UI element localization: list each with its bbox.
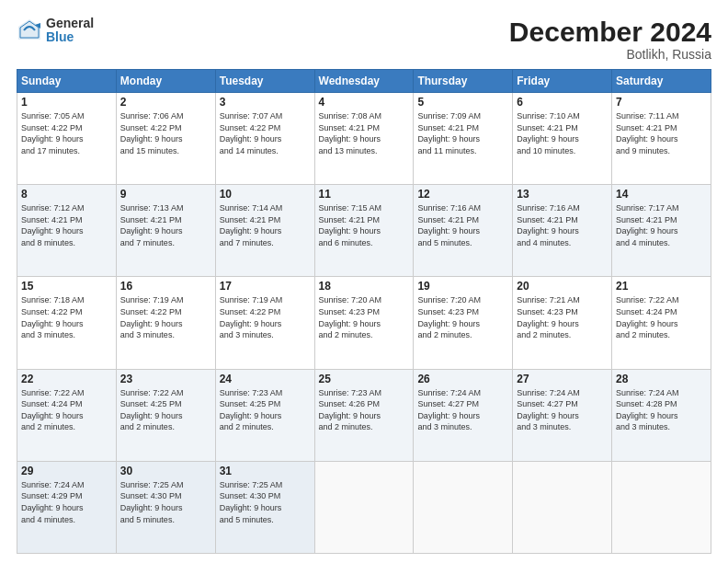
calendar-cell: 17Sunrise: 7:19 AM Sunset: 4:22 PM Dayli… (215, 277, 314, 369)
calendar-cell (513, 461, 612, 553)
day-number: 18 (319, 280, 410, 293)
calendar-cell: 13Sunrise: 7:16 AM Sunset: 4:21 PM Dayli… (513, 185, 612, 277)
logo-text: General Blue (46, 17, 94, 45)
calendar-cell (314, 461, 414, 553)
day-info: Sunrise: 7:21 AM Sunset: 4:23 PM Dayligh… (517, 294, 608, 340)
calendar-cell: 4Sunrise: 7:08 AM Sunset: 4:21 PM Daylig… (314, 93, 414, 185)
calendar-cell: 28Sunrise: 7:24 AM Sunset: 4:28 PM Dayli… (612, 369, 711, 461)
header-saturday: Saturday (612, 70, 711, 93)
calendar-cell: 31Sunrise: 7:25 AM Sunset: 4:30 PM Dayli… (215, 461, 314, 553)
calendar-cell: 11Sunrise: 7:15 AM Sunset: 4:21 PM Dayli… (314, 185, 414, 277)
day-info: Sunrise: 7:20 AM Sunset: 4:23 PM Dayligh… (417, 294, 508, 340)
calendar-cell: 5Sunrise: 7:09 AM Sunset: 4:21 PM Daylig… (414, 93, 513, 185)
day-info: Sunrise: 7:08 AM Sunset: 4:21 PM Dayligh… (319, 110, 410, 156)
title-block: December 2024 Botlikh, Russia (509, 17, 711, 62)
day-info: Sunrise: 7:19 AM Sunset: 4:22 PM Dayligh… (120, 294, 211, 340)
day-info: Sunrise: 7:25 AM Sunset: 4:30 PM Dayligh… (220, 479, 311, 525)
header-sunday: Sunday (17, 70, 117, 93)
day-info: Sunrise: 7:20 AM Sunset: 4:23 PM Dayligh… (319, 294, 410, 340)
header-tuesday: Tuesday (215, 70, 314, 93)
page: General Blue December 2024 Botlikh, Russ… (0, 0, 728, 563)
day-number: 17 (220, 280, 311, 293)
week-row-1: 8Sunrise: 7:12 AM Sunset: 4:21 PM Daylig… (17, 185, 711, 277)
logo-line1: General (46, 17, 94, 30)
day-number: 22 (21, 373, 112, 385)
day-number: 10 (220, 188, 311, 201)
day-number: 4 (319, 96, 410, 109)
day-info: Sunrise: 7:12 AM Sunset: 4:21 PM Dayligh… (21, 202, 112, 248)
day-number: 28 (616, 373, 707, 385)
day-info: Sunrise: 7:05 AM Sunset: 4:22 PM Dayligh… (21, 110, 112, 156)
day-info: Sunrise: 7:25 AM Sunset: 4:30 PM Dayligh… (120, 479, 211, 525)
header-monday: Monday (116, 70, 215, 93)
calendar-cell: 25Sunrise: 7:23 AM Sunset: 4:26 PM Dayli… (314, 369, 414, 461)
day-number: 12 (417, 188, 508, 201)
calendar-cell: 8Sunrise: 7:12 AM Sunset: 4:21 PM Daylig… (17, 185, 117, 277)
month-title: December 2024 (509, 17, 711, 47)
day-number: 13 (517, 188, 608, 201)
day-number: 20 (517, 280, 608, 293)
day-info: Sunrise: 7:14 AM Sunset: 4:21 PM Dayligh… (220, 202, 311, 248)
calendar-table: SundayMondayTuesdayWednesdayThursdayFrid… (17, 69, 711, 554)
day-info: Sunrise: 7:16 AM Sunset: 4:21 PM Dayligh… (417, 202, 508, 248)
week-row-4: 29Sunrise: 7:24 AM Sunset: 4:29 PM Dayli… (17, 461, 711, 553)
day-number: 24 (220, 373, 311, 385)
day-info: Sunrise: 7:09 AM Sunset: 4:21 PM Dayligh… (417, 110, 508, 156)
header: General Blue December 2024 Botlikh, Russ… (17, 17, 711, 62)
day-number: 27 (517, 373, 608, 385)
calendar-cell: 19Sunrise: 7:20 AM Sunset: 4:23 PM Dayli… (414, 277, 513, 369)
calendar-cell: 30Sunrise: 7:25 AM Sunset: 4:30 PM Dayli… (116, 461, 215, 553)
calendar-cell: 10Sunrise: 7:14 AM Sunset: 4:21 PM Dayli… (215, 185, 314, 277)
calendar-cell: 20Sunrise: 7:21 AM Sunset: 4:23 PM Dayli… (513, 277, 612, 369)
day-info: Sunrise: 7:24 AM Sunset: 4:27 PM Dayligh… (417, 387, 508, 433)
day-number: 6 (517, 96, 608, 109)
day-number: 15 (21, 280, 112, 293)
header-friday: Friday (513, 70, 612, 93)
calendar-cell: 7Sunrise: 7:11 AM Sunset: 4:21 PM Daylig… (612, 93, 711, 185)
calendar-header-row: SundayMondayTuesdayWednesdayThursdayFrid… (17, 70, 711, 93)
logo-icon (17, 17, 42, 43)
day-info: Sunrise: 7:22 AM Sunset: 4:24 PM Dayligh… (616, 294, 707, 340)
day-info: Sunrise: 7:24 AM Sunset: 4:28 PM Dayligh… (616, 387, 707, 433)
day-number: 2 (120, 96, 211, 109)
day-number: 5 (417, 96, 508, 109)
calendar-cell: 6Sunrise: 7:10 AM Sunset: 4:21 PM Daylig… (513, 93, 612, 185)
calendar-cell: 26Sunrise: 7:24 AM Sunset: 4:27 PM Dayli… (414, 369, 513, 461)
day-number: 3 (220, 96, 311, 109)
week-row-2: 15Sunrise: 7:18 AM Sunset: 4:22 PM Dayli… (17, 277, 711, 369)
day-info: Sunrise: 7:22 AM Sunset: 4:25 PM Dayligh… (120, 387, 211, 433)
calendar-cell: 12Sunrise: 7:16 AM Sunset: 4:21 PM Dayli… (414, 185, 513, 277)
header-wednesday: Wednesday (314, 70, 414, 93)
day-number: 7 (616, 96, 707, 109)
calendar-cell (612, 461, 711, 553)
header-thursday: Thursday (414, 70, 513, 93)
day-number: 1 (21, 96, 112, 109)
day-info: Sunrise: 7:13 AM Sunset: 4:21 PM Dayligh… (120, 202, 211, 248)
day-info: Sunrise: 7:18 AM Sunset: 4:22 PM Dayligh… (21, 294, 112, 340)
calendar-cell: 9Sunrise: 7:13 AM Sunset: 4:21 PM Daylig… (116, 185, 215, 277)
calendar-cell: 16Sunrise: 7:19 AM Sunset: 4:22 PM Dayli… (116, 277, 215, 369)
day-info: Sunrise: 7:22 AM Sunset: 4:24 PM Dayligh… (21, 387, 112, 433)
day-info: Sunrise: 7:24 AM Sunset: 4:29 PM Dayligh… (21, 479, 112, 525)
day-number: 31 (220, 465, 311, 477)
subtitle: Botlikh, Russia (509, 47, 711, 62)
calendar-cell: 18Sunrise: 7:20 AM Sunset: 4:23 PM Dayli… (314, 277, 414, 369)
day-info: Sunrise: 7:23 AM Sunset: 4:26 PM Dayligh… (319, 387, 410, 433)
logo: General Blue (17, 17, 94, 45)
calendar-cell: 1Sunrise: 7:05 AM Sunset: 4:22 PM Daylig… (17, 93, 117, 185)
day-number: 21 (616, 280, 707, 293)
day-number: 14 (616, 188, 707, 201)
day-info: Sunrise: 7:15 AM Sunset: 4:21 PM Dayligh… (319, 202, 410, 248)
day-number: 11 (319, 188, 410, 201)
calendar-cell: 23Sunrise: 7:22 AM Sunset: 4:25 PM Dayli… (116, 369, 215, 461)
calendar-cell: 21Sunrise: 7:22 AM Sunset: 4:24 PM Dayli… (612, 277, 711, 369)
calendar-cell: 24Sunrise: 7:23 AM Sunset: 4:25 PM Dayli… (215, 369, 314, 461)
day-info: Sunrise: 7:07 AM Sunset: 4:22 PM Dayligh… (220, 110, 311, 156)
day-info: Sunrise: 7:06 AM Sunset: 4:22 PM Dayligh… (120, 110, 211, 156)
day-number: 30 (120, 465, 211, 477)
svg-marker-0 (18, 19, 40, 40)
day-info: Sunrise: 7:10 AM Sunset: 4:21 PM Dayligh… (517, 110, 608, 156)
calendar-cell: 27Sunrise: 7:24 AM Sunset: 4:27 PM Dayli… (513, 369, 612, 461)
day-info: Sunrise: 7:11 AM Sunset: 4:21 PM Dayligh… (616, 110, 707, 156)
day-info: Sunrise: 7:23 AM Sunset: 4:25 PM Dayligh… (220, 387, 311, 433)
